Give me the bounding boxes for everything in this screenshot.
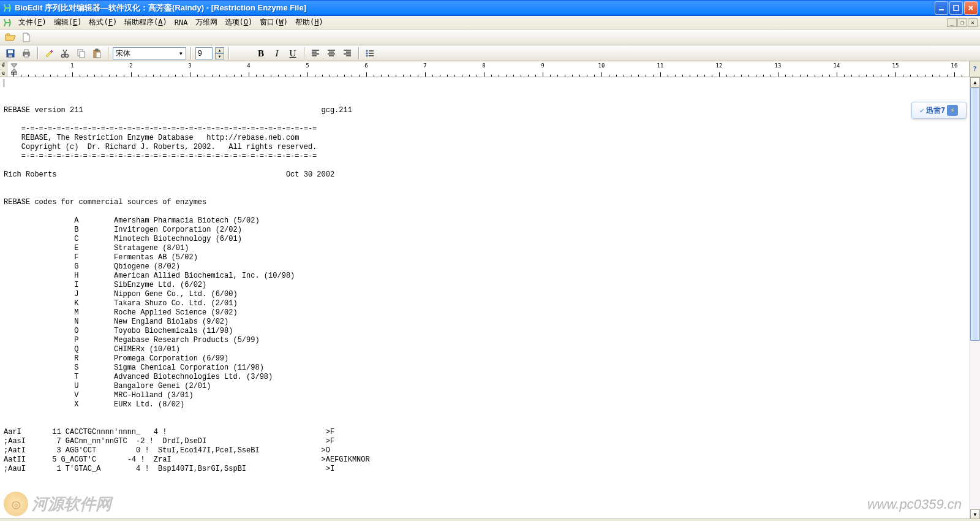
font-size-spinner[interactable]: ▲▼ xyxy=(215,47,224,59)
menu-rna[interactable]: RNA xyxy=(171,17,192,28)
status-bar xyxy=(0,519,980,521)
italic-button[interactable]: I xyxy=(270,47,284,60)
text-editor[interactable]: REBASE version 211 gcg.211 =-=-=-=-=-=-=… xyxy=(0,77,970,520)
window-title: BioEdit 序列比对编辑器—软件汉化：高芳銮(Raindy) - [Rest… xyxy=(15,2,935,13)
ruler-left-gutter: # e xyxy=(0,61,7,77)
menu-options[interactable]: 选项(O) xyxy=(221,16,257,29)
copy-button[interactable] xyxy=(74,47,88,60)
underline-button[interactable]: U xyxy=(286,47,300,60)
text-cursor xyxy=(4,79,4,87)
align-center-button[interactable] xyxy=(325,47,338,60)
bold-button[interactable]: B xyxy=(254,47,268,60)
svg-rect-11 xyxy=(80,51,85,58)
menu-help[interactable]: 帮助(H) xyxy=(292,16,327,29)
menu-window[interactable]: 窗口(W) xyxy=(256,16,292,29)
svg-rect-3 xyxy=(8,50,13,53)
ruler-track[interactable]: 12345678910111213141516 xyxy=(7,61,969,77)
mdi-close-button[interactable]: × xyxy=(968,18,978,27)
new-button[interactable] xyxy=(20,31,33,44)
ruler: # e 12345678910111213141516 ? xyxy=(0,61,980,77)
toolbar-file xyxy=(0,29,980,45)
menu-file[interactable]: 文件(F) xyxy=(15,16,50,29)
indent-marker-icon[interactable] xyxy=(11,61,17,75)
menu-web[interactable]: 万维网 xyxy=(192,16,221,29)
app-icon xyxy=(2,3,12,13)
bolt-icon: ⚡ xyxy=(947,105,958,116)
highlight-button[interactable] xyxy=(42,47,56,60)
scroll-track[interactable] xyxy=(970,88,980,509)
dropdown-arrow-icon: ▾ xyxy=(179,49,183,58)
svg-point-17 xyxy=(366,55,368,57)
mdi-restore-button[interactable]: ❐ xyxy=(957,18,967,27)
badge-label: 迅雷7 xyxy=(926,105,945,116)
svg-marker-18 xyxy=(11,64,17,67)
minimize-button[interactable] xyxy=(935,1,948,15)
menu-accessory[interactable]: 辅助程序(A) xyxy=(121,16,171,29)
svg-rect-0 xyxy=(939,9,944,10)
menu-format[interactable]: 格式(F) xyxy=(85,16,121,29)
svg-rect-7 xyxy=(24,55,28,57)
mdi-controls: _ ❐ × xyxy=(947,18,980,27)
menubar: 文件(F) 编辑(E) 格式(F) 辅助程序(A) RNA 万维网 选项(O) … xyxy=(0,16,980,29)
xunlei-badge[interactable]: ✔ 迅雷7 ⚡ xyxy=(911,102,967,119)
save-button[interactable] xyxy=(4,47,17,60)
scroll-thumb[interactable] xyxy=(970,88,980,341)
maximize-button[interactable] xyxy=(949,1,963,15)
svg-point-15 xyxy=(366,50,368,52)
cut-button[interactable] xyxy=(58,47,72,60)
svg-rect-6 xyxy=(24,50,28,52)
window-controls xyxy=(935,1,978,15)
svg-rect-1 xyxy=(954,6,959,10)
align-left-button[interactable] xyxy=(309,47,322,60)
svg-rect-20 xyxy=(11,72,17,75)
mdi-minimize-button[interactable]: _ xyxy=(947,18,957,27)
menu-edit[interactable]: 编辑(E) xyxy=(50,16,86,29)
print-button[interactable] xyxy=(20,47,33,60)
bullets-button[interactable] xyxy=(363,47,377,60)
open-button[interactable] xyxy=(4,31,17,44)
svg-point-8 xyxy=(62,55,65,58)
check-icon: ✔ xyxy=(920,106,924,115)
svg-rect-13 xyxy=(96,49,98,51)
svg-marker-19 xyxy=(11,69,17,72)
align-right-button[interactable] xyxy=(341,47,354,60)
font-name: 宋体 xyxy=(116,48,130,59)
toolbar-format: 宋体 ▾ ▲▼ B I U xyxy=(0,45,980,61)
content-area: REBASE version 211 gcg.211 =-=-=-=-=-=-=… xyxy=(0,77,980,520)
font-size-input[interactable] xyxy=(195,47,213,59)
paste-button[interactable] xyxy=(90,47,104,60)
svg-point-16 xyxy=(366,53,368,55)
svg-rect-14 xyxy=(96,52,100,58)
font-select[interactable]: 宋体 ▾ xyxy=(113,47,186,59)
ruler-help-button[interactable]: ? xyxy=(969,61,980,77)
svg-rect-4 xyxy=(9,55,12,57)
scroll-up-button[interactable]: ▲ xyxy=(970,77,980,88)
titlebar: BioEdit 序列比对编辑器—软件汉化：高芳銮(Raindy) - [Rest… xyxy=(0,0,980,16)
vertical-scrollbar[interactable]: ▲ ▼ xyxy=(970,77,980,520)
close-button[interactable] xyxy=(964,1,978,15)
doc-icon xyxy=(2,18,12,28)
svg-point-9 xyxy=(66,55,69,58)
